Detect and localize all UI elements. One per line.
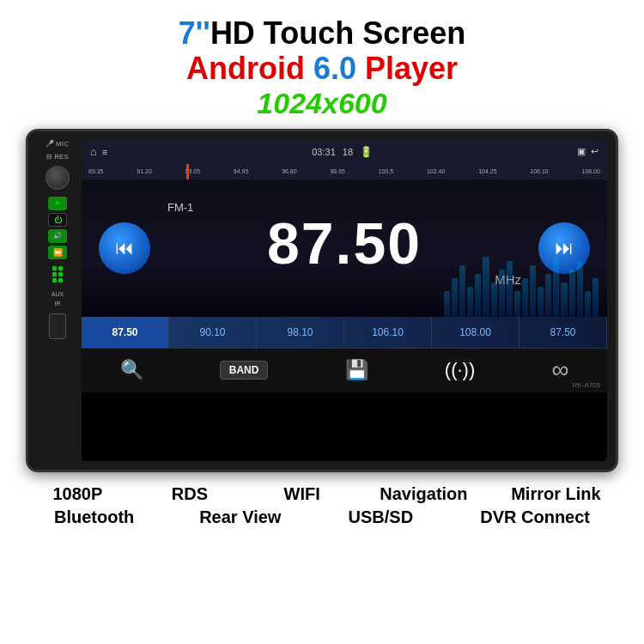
- signal-button[interactable]: ((·)): [445, 359, 475, 381]
- eq-bar: [522, 278, 528, 317]
- nav-dot-6: [58, 278, 63, 283]
- freq-bar: 89.3591.2093.0594.9596.8098.65100.5102.4…: [82, 164, 607, 179]
- mic-label: MIC: [56, 140, 70, 148]
- ir-label: IR: [55, 301, 61, 307]
- eq-bar: [569, 270, 575, 317]
- save-icon: 💾: [345, 359, 368, 381]
- nav-dot-3: [52, 272, 57, 276]
- aux-label: AUX: [52, 291, 64, 297]
- preset-item[interactable]: 98.10: [257, 317, 344, 348]
- preset-item[interactable]: 90.10: [169, 317, 257, 348]
- feature-item: RDS: [155, 484, 224, 504]
- band-label: BAND: [220, 361, 269, 380]
- frequency-display: 87.50: [267, 214, 422, 272]
- preset-item[interactable]: 87.50: [519, 317, 607, 348]
- nav-dot-5: [52, 278, 57, 283]
- freq-scale-value: 98.65: [330, 168, 345, 174]
- back-icon[interactable]: ↩: [591, 146, 598, 157]
- volume-knob[interactable]: [46, 166, 70, 190]
- nav-grid: [52, 266, 63, 283]
- status-right: ▣ ↩: [577, 146, 598, 157]
- status-left: ⌂ ≡: [90, 145, 107, 158]
- title-player: Player: [356, 51, 458, 86]
- status-bar: ⌂ ≡ 03:31 18 🔋 ▣ ↩: [82, 140, 607, 164]
- title-line2: Android 6.0 Player: [179, 51, 466, 86]
- prev-button[interactable]: ⏮: [99, 222, 150, 274]
- eq-bar: [444, 291, 450, 317]
- nav-dot-4: [58, 272, 63, 276]
- mic-icon: 🎤: [46, 140, 54, 148]
- left-panel: 🎤 MIC ⊟ RES + ⏻ 🔊: [35, 131, 80, 470]
- menu-icon[interactable]: ≡: [102, 147, 107, 157]
- freq-scale-value: 100.5: [379, 168, 394, 174]
- freq-scale-value: 108.00: [581, 168, 599, 174]
- signal-icon: ((·)): [445, 359, 475, 381]
- freq-scale-value: 96.80: [282, 168, 297, 174]
- loop-button[interactable]: ∞: [551, 356, 568, 384]
- eq-bar: [507, 261, 513, 317]
- preset-item[interactable]: 106.10: [344, 317, 432, 348]
- eq-bar: [545, 274, 551, 317]
- features-row-1: 1080PRDSWIFINavigationMirror Link: [21, 484, 623, 504]
- search-icon: 🔍: [120, 359, 143, 381]
- vol-up-icon: +: [55, 198, 60, 208]
- search-button[interactable]: 🔍: [120, 359, 143, 381]
- feature-item: Rear View: [199, 507, 281, 527]
- title-hd: HD Touch Screen: [210, 15, 465, 51]
- feature-item: WIFI: [268, 484, 337, 504]
- feature-item: Bluetooth: [54, 507, 134, 527]
- window-icon[interactable]: ▣: [577, 146, 586, 157]
- freq-scale-value: 102.40: [427, 168, 445, 174]
- features-row-2: BluetoothRear ViewUSB/SDDVR Connect: [21, 507, 623, 527]
- preset-bar: 87.5090.1098.10106.10108.0087.50: [82, 317, 607, 348]
- screen-area: ⌂ ≡ 03:31 18 🔋 ▣ ↩ 89.3: [82, 140, 607, 461]
- device-wrapper: 🎤 MIC ⊟ RES + ⏻ 🔊: [26, 129, 618, 472]
- eq-bar: [452, 278, 458, 317]
- signal-display: 18: [343, 147, 353, 157]
- time-display: 03:31: [312, 147, 336, 157]
- eq-bar: [475, 274, 481, 317]
- track-btn[interactable]: ⏩: [48, 246, 67, 259]
- eq-bar: [467, 287, 473, 317]
- save-button[interactable]: 💾: [345, 359, 368, 381]
- eq-bar: [514, 291, 520, 317]
- freq-indicator: [186, 164, 189, 179]
- feature-item: Mirror Link: [511, 484, 600, 504]
- track-icon: ⏩: [53, 248, 63, 257]
- vol-down-btn[interactable]: 🔊: [48, 229, 67, 243]
- title-line1: 7''HD Touch Screen: [179, 15, 466, 51]
- title-version: 6.0: [313, 51, 356, 86]
- eq-bar: [553, 257, 559, 317]
- band-button[interactable]: BAND: [220, 361, 269, 380]
- feature-item: DVR Connect: [480, 507, 590, 527]
- freq-scale: 89.3591.2093.0594.9596.8098.65100.5102.4…: [88, 168, 600, 174]
- side-controls: + ⏻ 🔊 ⏩: [48, 197, 67, 259]
- feature-item: USB/SD: [346, 507, 415, 527]
- device-outer: 🎤 MIC ⊟ RES + ⏻ 🔊: [26, 129, 618, 472]
- freq-scale-value: 94.95: [234, 168, 249, 174]
- eq-bar: [538, 287, 544, 317]
- model-label: RK-A705: [573, 381, 600, 389]
- title-inch: 7'': [179, 15, 210, 51]
- eq-bar: [585, 291, 591, 317]
- bottom-controls: 🔍 BAND 💾 ((·)) ∞ RK-A705: [82, 348, 607, 392]
- sd-slot: [49, 313, 66, 339]
- freq-scale-value: 91.20: [137, 168, 152, 174]
- battery-icon: 🔋: [360, 146, 373, 158]
- eq-bar: [530, 265, 536, 317]
- eq-bar: [459, 265, 465, 317]
- preset-item[interactable]: 87.50: [82, 317, 169, 348]
- radio-display: ⏮ FM-1 87.50 MHz ⏭: [82, 179, 607, 317]
- vol-up-btn[interactable]: +: [48, 197, 67, 210]
- power-icon: ⏻: [54, 216, 62, 224]
- preset-item[interactable]: 108.00: [432, 317, 519, 348]
- page-container: 7''HD Touch Screen Android 6.0 Player 10…: [0, 0, 644, 644]
- res-icon: ⊟: [46, 153, 52, 161]
- freq-scale-value: 106.10: [530, 168, 548, 174]
- vol-down-icon: 🔊: [53, 232, 62, 240]
- freq-scale-value: 89.35: [88, 168, 104, 174]
- power-btn[interactable]: ⏻: [48, 213, 67, 227]
- home-icon[interactable]: ⌂: [90, 145, 97, 158]
- nav-dot-2: [58, 266, 63, 270]
- eq-bar: [499, 270, 505, 317]
